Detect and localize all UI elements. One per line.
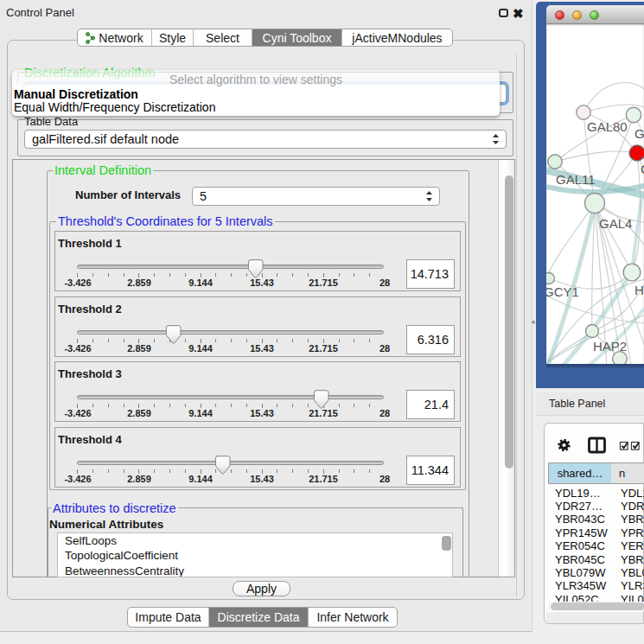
svg-text:HAP2: HAP2 [593, 339, 627, 354]
svg-text:GCY1: GCY1 [544, 284, 579, 299]
svg-text:GAL11: GAL11 [556, 172, 596, 187]
svg-text:GAL4: GAL4 [599, 216, 632, 231]
svg-text:C: C [641, 162, 644, 176]
svg-text:GAL80: GAL80 [587, 119, 628, 134]
svg-text:H: H [634, 283, 644, 297]
svg-text:G.: G. [634, 126, 644, 141]
